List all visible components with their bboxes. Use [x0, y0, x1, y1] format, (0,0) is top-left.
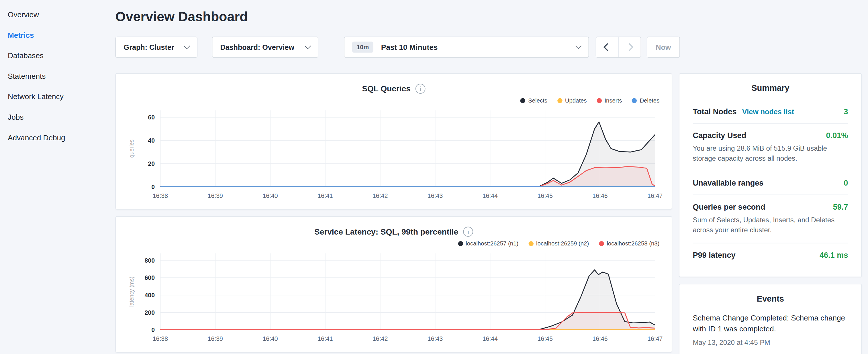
legend-item-deletes[interactable]: Deletes	[632, 97, 659, 104]
legend-item-selects[interactable]: Selects	[520, 97, 547, 104]
chevron-down-icon	[576, 43, 582, 49]
svg-text:0: 0	[151, 184, 155, 190]
page-title: Overview Dashboard	[116, 9, 868, 24]
time-window-dropdown[interactable]: 10m Past 10 Minutes	[344, 37, 589, 58]
chart-canvas: 020406016:3816:3916:4016:4116:4216:4316:…	[125, 105, 662, 204]
dashboard-dropdown-label: Dashboard: Overview	[220, 43, 294, 51]
svg-text:queries: queries	[128, 139, 135, 158]
events-title: Events	[693, 284, 848, 310]
svg-text:16:46: 16:46	[592, 192, 608, 199]
sidebar-item-databases[interactable]: Databases	[8, 45, 107, 66]
summary-value: 46.1 ms	[819, 250, 848, 259]
now-button[interactable]: Now	[647, 37, 680, 58]
svg-text:16:46: 16:46	[592, 335, 608, 342]
sidebar-item-advanced-debug[interactable]: Advanced Debug	[8, 127, 107, 148]
summary-title: Summary	[693, 74, 848, 100]
chart-legend: localhost:26257 (n1)localhost:26259 (n2)…	[128, 239, 659, 248]
svg-text:20: 20	[148, 160, 155, 167]
legend-label: Deletes	[640, 97, 659, 104]
summary-panel: Summary Total Nodes View nodes list 3 Ca…	[679, 73, 862, 277]
legend-dot-icon	[528, 241, 533, 246]
legend-dot-icon	[597, 98, 601, 103]
event-timestamp: May 13, 2020 at 4:45 PM	[693, 339, 848, 347]
graph-dropdown[interactable]: Graph: Cluster	[116, 37, 197, 58]
svg-text:16:44: 16:44	[483, 192, 498, 199]
svg-text:16:38: 16:38	[153, 192, 168, 199]
svg-text:16:39: 16:39	[208, 335, 223, 342]
svg-text:16:45: 16:45	[537, 192, 553, 199]
summary-label: Unavailable ranges	[693, 179, 764, 188]
info-icon[interactable]: i	[463, 227, 473, 237]
summary-value: 0.01%	[826, 131, 848, 140]
svg-text:0: 0	[151, 326, 155, 333]
chart-title: Service Latency: SQL, 99th percentile	[314, 227, 458, 236]
svg-text:60: 60	[148, 114, 155, 121]
events-panel: Events Schema Change Completed: Schema c…	[679, 284, 862, 354]
legend-dot-icon	[599, 241, 604, 246]
legend-item-localhost-26259-n2-[interactable]: localhost:26259 (n2)	[528, 240, 589, 247]
legend-item-localhost-26258-n3-[interactable]: localhost:26258 (n3)	[599, 240, 659, 247]
legend-label: Updates	[565, 97, 587, 104]
info-icon[interactable]: i	[415, 84, 426, 94]
event-item[interactable]: Schema Change Completed: Schema change w…	[693, 313, 848, 347]
time-window-badge: 10m	[352, 41, 373, 53]
main-content: Overview Dashboard Graph: Cluster Dashbo…	[107, 0, 868, 354]
svg-text:40: 40	[148, 137, 155, 144]
legend-label: localhost:26259 (n2)	[536, 240, 589, 247]
summary-value: 0	[844, 179, 848, 188]
summary-row-capacity-used: Capacity Used 0.01% You are using 28.6 M…	[693, 123, 848, 171]
svg-text:400: 400	[145, 292, 155, 299]
svg-text:16:41: 16:41	[317, 335, 333, 342]
summary-value: 59.7	[833, 202, 848, 212]
svg-text:600: 600	[145, 275, 155, 281]
sidebar-item-jobs[interactable]: Jobs	[8, 107, 107, 128]
chevron-right-icon	[626, 43, 633, 51]
summary-label: P99 latency	[693, 250, 735, 259]
dashboard-body: SQL Queries i SelectsUpdatesInsertsDelet…	[116, 73, 868, 354]
svg-text:800: 800	[145, 257, 155, 264]
legend-item-inserts[interactable]: Inserts	[597, 97, 622, 104]
legend-label: Inserts	[604, 97, 622, 104]
chevron-left-icon	[603, 43, 611, 51]
time-window-label: Past 10 Minutes	[381, 43, 438, 51]
svg-text:16:44: 16:44	[483, 335, 498, 342]
view-nodes-list-link[interactable]: View nodes list	[742, 107, 794, 116]
svg-text:16:42: 16:42	[373, 192, 388, 199]
graph-dropdown-label: Graph: Cluster	[124, 43, 174, 51]
sidebar-item-overview[interactable]: Overview	[8, 4, 107, 25]
summary-subtext: Sum of Selects, Updates, Inserts, and De…	[693, 215, 848, 235]
time-back-button[interactable]	[596, 37, 618, 57]
app-viewport: Overview Metrics Databases Statements Ne…	[0, 0, 868, 354]
chart-title-row: SQL Queries i	[125, 84, 662, 94]
event-text: Schema Change Completed: Schema change w…	[693, 313, 848, 335]
legend-item-updates[interactable]: Updates	[557, 97, 587, 104]
summary-value: 3	[844, 107, 848, 116]
summary-label: Queries per second	[693, 202, 765, 212]
time-forward-button[interactable]	[618, 37, 641, 57]
svg-text:16:43: 16:43	[428, 335, 443, 342]
svg-text:16:42: 16:42	[373, 335, 388, 342]
service-latency-chart-card: Service Latency: SQL, 99th percentile i …	[116, 216, 672, 353]
dashboard-dropdown[interactable]: Dashboard: Overview	[212, 37, 318, 58]
summary-label: Capacity Used	[693, 131, 746, 140]
chart-title-row: Service Latency: SQL, 99th percentile i	[125, 227, 662, 237]
legend-dot-icon	[557, 98, 562, 103]
sql-queries-chart-card: SQL Queries i SelectsUpdatesInsertsDelet…	[116, 73, 672, 210]
sidebar: Overview Metrics Databases Statements Ne…	[0, 0, 107, 354]
summary-row-p99-latency: P99 latency 46.1 ms	[693, 243, 848, 266]
legend-label: localhost:26258 (n3)	[607, 240, 659, 247]
chart-canvas: 020040060080016:3816:3916:4016:4116:4216…	[125, 248, 662, 347]
legend-label: Selects	[528, 97, 547, 104]
right-column: Summary Total Nodes View nodes list 3 Ca…	[679, 73, 862, 354]
sidebar-item-metrics[interactable]: Metrics	[8, 25, 107, 45]
svg-text:16:47: 16:47	[647, 335, 662, 342]
svg-text:16:43: 16:43	[428, 192, 443, 199]
summary-row-queries-per-second: Queries per second 59.7 Sum of Selects, …	[693, 195, 848, 243]
summary-subtext: You are using 28.6 MiB of 515.9 GiB usab…	[693, 143, 848, 164]
svg-text:16:47: 16:47	[647, 192, 662, 199]
sidebar-item-network-latency[interactable]: Network Latency	[8, 87, 107, 107]
sidebar-item-statements[interactable]: Statements	[8, 66, 107, 87]
legend-item-localhost-26257-n1-[interactable]: localhost:26257 (n1)	[458, 240, 518, 247]
svg-text:16:40: 16:40	[262, 192, 278, 199]
chevron-down-icon	[305, 43, 311, 49]
